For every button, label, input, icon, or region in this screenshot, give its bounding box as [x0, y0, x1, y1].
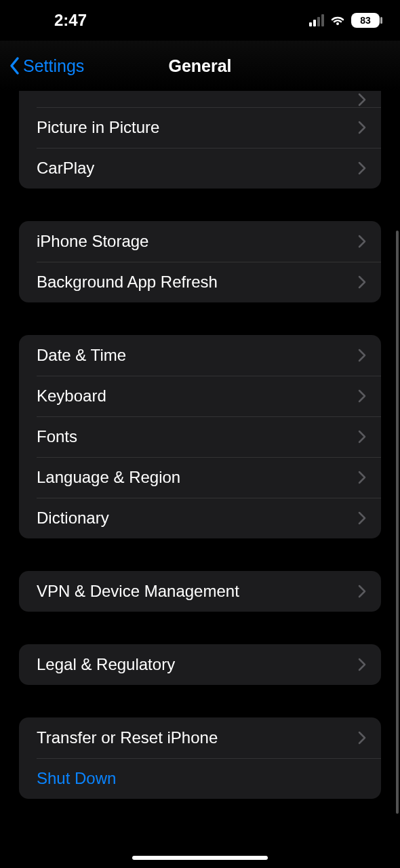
settings-group-system: Date & Time Keyboard Fonts Language & Re…	[19, 335, 381, 538]
row-transfer-reset[interactable]: Transfer or Reset iPhone	[19, 717, 381, 758]
chevron-right-icon	[357, 657, 367, 672]
row-label: Fonts	[37, 427, 77, 446]
row-label: Language & Region	[37, 468, 180, 487]
nav-header: Settings General	[0, 41, 400, 91]
chevron-right-icon	[357, 389, 367, 403]
row-fonts[interactable]: Fonts	[19, 416, 381, 457]
row-label: Keyboard	[37, 387, 106, 406]
status-indicators: 83	[309, 13, 380, 28]
row-legal-regulatory[interactable]: Legal & Regulatory	[19, 644, 381, 685]
row-date-time[interactable]: Date & Time	[19, 335, 381, 376]
settings-group-storage: iPhone Storage Background App Refresh	[19, 221, 381, 302]
row-label: Background App Refresh	[37, 273, 218, 292]
settings-group-vpn: VPN & Device Management	[19, 571, 381, 612]
settings-group-legal: Legal & Regulatory	[19, 644, 381, 685]
status-time: 2:47	[20, 11, 87, 30]
home-indicator[interactable]	[132, 856, 268, 860]
row-vpn-device-management[interactable]: VPN & Device Management	[19, 571, 381, 612]
row-airplay-handoff[interactable]	[19, 91, 381, 107]
row-label: Legal & Regulatory	[37, 655, 175, 674]
chevron-right-icon	[357, 584, 367, 599]
row-language-region[interactable]: Language & Region	[19, 457, 381, 498]
chevron-right-icon	[357, 92, 367, 107]
row-label: Picture in Picture	[37, 118, 159, 137]
row-label: Transfer or Reset iPhone	[37, 728, 218, 747]
battery-icon: 83	[351, 13, 380, 28]
row-keyboard[interactable]: Keyboard	[19, 376, 381, 416]
row-carplay[interactable]: CarPlay	[19, 148, 381, 189]
row-label: Date & Time	[37, 346, 126, 365]
chevron-right-icon	[357, 511, 367, 526]
row-label: Shut Down	[37, 769, 116, 788]
row-dictionary[interactable]: Dictionary	[19, 498, 381, 538]
settings-group-media: Picture in Picture CarPlay	[19, 91, 381, 189]
back-button[interactable]: Settings	[8, 56, 84, 76]
row-label: VPN & Device Management	[37, 582, 239, 601]
chevron-right-icon	[357, 275, 367, 290]
row-label: iPhone Storage	[37, 232, 148, 251]
wifi-icon	[329, 14, 346, 26]
chevron-right-icon	[357, 730, 367, 745]
chevron-right-icon	[357, 348, 367, 363]
row-background-app-refresh[interactable]: Background App Refresh	[19, 262, 381, 302]
chevron-right-icon	[357, 120, 367, 135]
row-shut-down[interactable]: Shut Down	[19, 758, 381, 799]
cellular-icon	[309, 14, 324, 26]
back-label: Settings	[23, 56, 84, 76]
scroll-indicator[interactable]	[396, 231, 399, 814]
status-bar: 2:47 83	[0, 0, 400, 41]
chevron-right-icon	[357, 161, 367, 176]
content[interactable]: Picture in Picture CarPlay iPhone Storag…	[0, 91, 400, 826]
row-label: CarPlay	[37, 159, 94, 178]
chevron-right-icon	[357, 429, 367, 444]
chevron-left-icon	[8, 56, 22, 75]
row-picture-in-picture[interactable]: Picture in Picture	[19, 107, 381, 148]
battery-percentage: 83	[360, 15, 371, 26]
chevron-right-icon	[357, 470, 367, 485]
row-iphone-storage[interactable]: iPhone Storage	[19, 221, 381, 262]
settings-group-reset: Transfer or Reset iPhone Shut Down	[19, 717, 381, 799]
page-title: General	[168, 56, 231, 76]
chevron-right-icon	[357, 234, 367, 249]
row-label: Dictionary	[37, 509, 109, 528]
